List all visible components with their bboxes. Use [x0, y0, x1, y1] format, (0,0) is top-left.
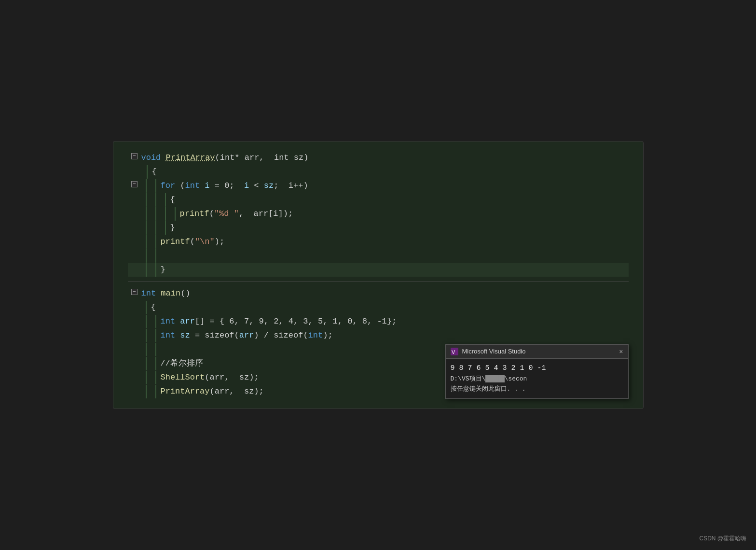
terminal-close-button[interactable]: × — [619, 348, 623, 355]
printf-newline-code: printf("\n"); — [161, 235, 629, 249]
terminal-blurred: ████ — [485, 375, 504, 382]
close-brace-print-code: } — [161, 263, 629, 277]
terminal-titlebar: V Microsoft Visual Studio × — [446, 345, 628, 359]
terminal-prompt-line: 按任意键关闭此窗口. . . — [451, 384, 623, 395]
printf-newline-row: printf("\n"); — [128, 235, 629, 249]
gutter-main-empty1 — [128, 301, 141, 303]
gutter-empty4 — [128, 221, 141, 223]
collapse-for-icon[interactable]: − — [131, 181, 137, 187]
printarray-funcname: PrintArray — [166, 153, 215, 162]
gutter-main-empty3 — [128, 329, 141, 331]
gutter-empty5 — [128, 235, 141, 237]
close-brace-print: } — [128, 263, 629, 277]
gutter-empty7 — [128, 263, 141, 265]
signature-row-print: − void PrintArray(int* arr, int sz) — [128, 151, 629, 165]
for-open-brace: { — [128, 193, 629, 207]
print-array-section: − void PrintArray(int* arr, int sz) { − — [128, 151, 629, 277]
gutter-empty3 — [128, 207, 141, 209]
gutter-empty6 — [128, 249, 141, 251]
collapse-print-icon[interactable]: − — [131, 153, 137, 159]
for-close-brace-code: } — [170, 221, 629, 235]
svg-text:V: V — [452, 349, 455, 355]
gutter-main-empty7 — [128, 385, 141, 387]
terminal-title-left: V Microsoft Visual Studio — [451, 348, 526, 355]
for-code: for (int i = 0; i < sz; i++) — [161, 179, 629, 193]
signature-row-main: − int main() — [128, 287, 629, 301]
printf-row: printf("%d ", arr[i]); — [128, 207, 629, 221]
section-separator — [128, 282, 629, 282]
gutter-main-empty4 — [128, 343, 141, 345]
arr-decl-row: int arr[] = { 6, 7, 9, 2, 4, 3, 5, 1, 0,… — [128, 315, 629, 329]
terminal-path-suffix: \secon — [505, 375, 527, 382]
for-open-brace-code: { — [170, 193, 629, 207]
signature-code-main: int main() — [141, 287, 629, 301]
vs-icon: V — [451, 348, 458, 355]
void-keyword: void — [141, 153, 161, 162]
for-close-brace: } — [128, 221, 629, 235]
terminal-path-line: D:\VS项目\████\secon — [451, 374, 623, 384]
empty-line-code — [161, 249, 629, 263]
open-brace-print: { — [128, 165, 629, 179]
terminal-popup: V Microsoft Visual Studio × 9 8 7 6 5 4 … — [445, 344, 629, 399]
open-brace-print-code: { — [152, 165, 629, 179]
gutter-for: − — [128, 179, 141, 187]
arr-decl-code: int arr[] = { 6, 7, 9, 2, 4, 3, 5, 1, 0,… — [161, 315, 629, 329]
printarray-params: (int* arr, int sz) — [215, 153, 309, 162]
main-open-brace: { — [128, 301, 629, 315]
code-editor: − void PrintArray(int* arr, int sz) { − — [113, 141, 644, 409]
screenshot-container: − void PrintArray(int* arr, int sz) { − — [0, 0, 756, 550]
watermark: CSDN @霍霍哈嗨 — [699, 535, 746, 543]
gutter-empty1 — [128, 165, 141, 167]
terminal-title-text: Microsoft Visual Studio — [462, 348, 526, 355]
terminal-path-text: D:\VS项目\ — [451, 375, 486, 382]
empty-line-print — [128, 249, 629, 263]
terminal-output-line: 9 8 7 6 5 4 3 2 1 0 -1 — [451, 363, 623, 374]
for-loop-row: − for (int i = 0; i < sz; i++) — [128, 179, 629, 193]
main-open-brace-code: { — [151, 301, 629, 315]
gutter-main-empty2 — [128, 315, 141, 317]
collapse-main-icon[interactable]: − — [131, 289, 137, 295]
terminal-body: 9 8 7 6 5 4 3 2 1 0 -1 D:\VS项目\████\seco… — [446, 359, 628, 398]
gutter-empty2 — [128, 193, 141, 195]
printf-code: printf("%d ", arr[i]); — [180, 207, 629, 221]
sz-decl-code: int sz = sizeof(arr) / sizeof(int); — [161, 329, 629, 343]
gutter-main-empty6 — [128, 371, 141, 373]
signature-code-print: void PrintArray(int* arr, int sz) — [141, 151, 629, 165]
gutter-print: − — [128, 151, 141, 159]
gutter-main-empty5 — [128, 357, 141, 359]
gutter-main: − — [128, 287, 141, 295]
sz-decl-row: int sz = sizeof(arr) / sizeof(int); — [128, 329, 629, 343]
